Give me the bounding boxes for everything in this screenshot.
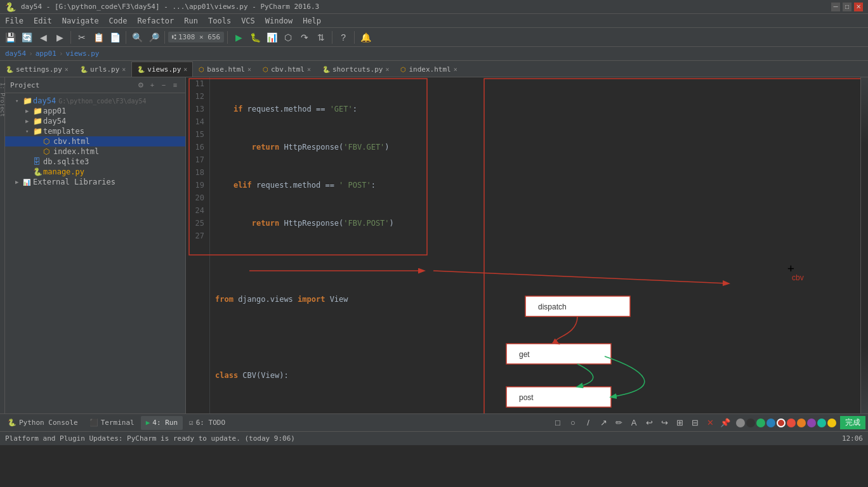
menu-help[interactable]: Help [298,14,326,27]
save-toolbar-button[interactable]: 💾 [3,30,18,45]
window-title: day54 - [G:\python_code\F3\day54] - ...\… [21,3,319,11]
cut-button[interactable]: ✂ [74,30,89,45]
menu-refactor[interactable]: Refactor [133,14,180,27]
draw-diagonal-button[interactable]: ↗ [596,416,610,430]
forward-button[interactable]: ▶ [52,30,67,45]
color-yellow[interactable] [827,419,836,427]
menu-code[interactable]: Code [104,14,133,27]
tab-base-label: base.html [207,65,245,74]
draw-pin-button[interactable]: 📌 [718,416,732,430]
tab-shortcuts[interactable]: 🐍 shortcuts.py × [317,62,395,77]
tab-index-close[interactable]: × [454,66,457,73]
code-line-18: class CBV(View): [215,369,855,382]
search-button[interactable]: 🔍 [129,30,145,45]
breadcrumb-app01[interactable]: app01 [36,49,56,58]
breadcrumb-file[interactable]: views.py [66,49,100,58]
bottom-tab-terminal[interactable]: ⬛ Terminal [84,416,140,430]
tree-item-cbv-html[interactable]: ▶ ⬡ cbv.html [5,136,185,146]
draw-copy-button[interactable]: ⊞ [673,416,687,430]
copy-button[interactable]: 📋 [91,30,106,45]
tab-shortcuts-close[interactable]: × [385,66,389,73]
code-line-17 [215,331,855,344]
tree-item-manage[interactable]: ▶ 🐍 manage.py [5,167,185,177]
color-blue[interactable] [766,419,775,427]
notification-button[interactable]: 🔔 [358,30,373,45]
menu-file[interactable]: File [0,14,29,27]
tab-views-close[interactable]: × [183,66,187,73]
tree-item-db[interactable]: ▶ 🗄 db.sqlite3 [5,157,185,167]
minimize-button[interactable]: ─ [831,3,840,11]
branch-selector[interactable]: ⑆ 1308 × 656 [168,32,224,42]
panel-settings-button[interactable]: ≡ [170,80,180,90]
menu-window[interactable]: Window [260,14,298,27]
replace-button[interactable]: 🔎 [146,30,161,45]
tab-views[interactable]: 🐍 views.py × [131,62,193,77]
draw-text-button[interactable]: A [627,416,641,430]
draw-line-button[interactable]: / [581,416,595,430]
code-editor[interactable]: 11 12 13 14 15 16 17 18 19 20 24 25 27 i… [186,77,860,413]
panel-minus-button[interactable]: − [159,80,169,90]
menu-tools[interactable]: Tools [203,14,236,27]
tab-cbv[interactable]: ⬡ cbv.html × [257,62,317,77]
draw-undo-button[interactable]: ↩ [642,416,656,430]
tab-settings[interactable]: 🐍 settings.py × [0,62,74,77]
color-purple[interactable] [807,419,816,427]
color-red2[interactable] [787,419,796,427]
confirm-button[interactable]: 完成 [840,416,865,429]
bottom-tab-todo[interactable]: ☑ 6: TODO [184,416,230,430]
breadcrumb-day54[interactable]: day54 [5,49,26,58]
tab-views-label: views.py [147,65,181,74]
menu-vcs[interactable]: VCS [236,14,260,27]
tab-base[interactable]: ⬡ base.html × [193,62,257,77]
sync-button[interactable]: 🔄 [19,30,34,45]
tab-cbv-close[interactable]: × [307,66,311,73]
vcs-update-button[interactable]: ⇅ [313,30,329,45]
color-red-active[interactable] [777,419,786,427]
draw-rect-button[interactable]: □ [551,416,565,430]
tree-item-index-html[interactable]: ▶ ⬡ index.html [5,146,185,157]
html-index-icon: ⬡ [43,147,53,156]
panel-plus-button[interactable]: + [147,80,157,90]
help-toolbar-button[interactable]: ? [336,30,351,45]
panel-gear-button[interactable]: ⚙ [136,80,146,90]
debug-button[interactable]: 🐛 [247,30,263,45]
color-gray[interactable] [736,419,745,427]
color-green[interactable] [756,419,765,427]
tree-item-app01[interactable]: ▶ 📁 app01 [5,106,185,116]
draw-delete-button[interactable]: ✕ [703,416,717,430]
tree-item-ext-libs[interactable]: ▶ 📊 External Libraries [5,177,185,187]
bottom-tab-run[interactable]: ▶ 4: Run [141,416,183,430]
menu-edit[interactable]: Edit [29,14,57,27]
draw-ellipse-button[interactable]: ○ [566,416,580,430]
step-over-button[interactable]: ↷ [297,30,312,45]
profile-button[interactable]: ⬡ [280,30,296,45]
draw-redo-button[interactable]: ↪ [657,416,671,430]
title-bar: 🐍 day54 - [G:\python_code\F3\day54] - ..… [0,0,868,14]
tree-item-day54[interactable]: ▾ 📁 day54 G:\python_code\F3\day54 [5,96,185,106]
tab-settings-close[interactable]: × [65,66,69,73]
tab-index[interactable]: ⬡ index.html × [395,62,463,77]
menu-navigate[interactable]: Navigate [57,14,104,27]
back-button[interactable]: ◀ [36,30,51,45]
menu-run[interactable]: Run [179,14,203,27]
tree-arrow-day54-sub: ▶ [25,118,33,124]
color-orange[interactable] [797,419,806,427]
close-button[interactable]: ✕ [854,3,863,11]
tree-item-templates[interactable]: ▾ 📁 templates [5,126,185,136]
tab-urls[interactable]: 🐍 urls.py × [74,62,131,77]
editor-area[interactable]: 11 12 13 14 15 16 17 18 19 20 24 25 27 i… [186,77,860,413]
tab-base-close[interactable]: × [247,66,251,73]
maximize-button[interactable]: □ [843,3,852,11]
tab-urls-close[interactable]: × [122,66,126,73]
draw-paste-button[interactable]: ⊟ [688,416,702,430]
bottom-tab-python-console[interactable]: 🐍 Python Console [3,416,83,430]
run-button[interactable]: ▶ [231,30,246,45]
code-content[interactable]: if request.method == 'GET': return HttpR… [210,77,860,413]
color-dark[interactable] [746,419,755,427]
paste-button[interactable]: 📄 [107,30,122,45]
color-teal[interactable] [817,419,826,427]
ext-libs-icon: 📊 [23,179,33,186]
draw-pen-button[interactable]: ✏ [612,416,626,430]
tree-item-day54-sub[interactable]: ▶ 📁 day54 [5,116,185,126]
coverage-button[interactable]: 📊 [264,30,279,45]
